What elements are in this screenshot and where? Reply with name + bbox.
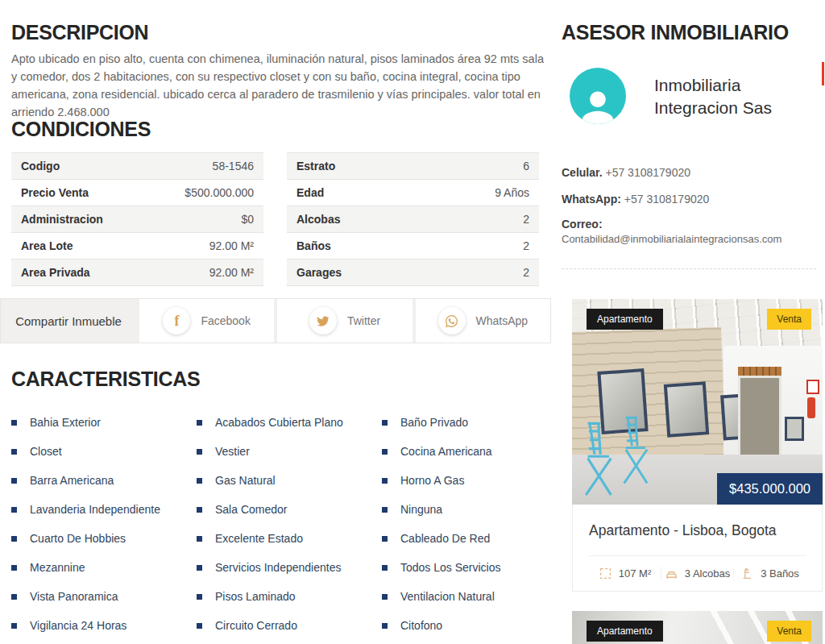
table-row: Baños 2	[287, 233, 539, 260]
status-badge: Venta	[767, 309, 811, 330]
property-type-badge: Apartamento	[587, 309, 663, 330]
stat-value: 3 Baños	[761, 567, 799, 580]
condiciones-table-right: Estrato 6 Edad 9 Años Alcobas 2 Baños 2 …	[287, 152, 539, 286]
whatsapp-share-button[interactable]: WhatsApp	[416, 299, 550, 343]
list-item: Cableado De Red	[382, 524, 561, 553]
share-bar-label: Compartir Inmueble	[1, 299, 136, 343]
property-detail-page: DESCRIPCION Apto ubicado en piso alto, c…	[0, 0, 825, 644]
listing-card[interactable]: Apartamento Venta	[572, 611, 823, 644]
whatsapp-label: WhatsApp:	[562, 193, 621, 206]
table-row: Alcobas 2	[287, 206, 539, 233]
listing-card[interactable]: Apartamento Venta $435.000.000 Apartamen…	[572, 299, 823, 592]
share-button-label: WhatsApp	[476, 314, 529, 327]
table-row: Estrato 6	[287, 153, 539, 180]
bullet-icon	[11, 536, 17, 542]
listing-card-body: Apartamento - Lisboa, Bogota 107 M² 3 Al…	[572, 505, 823, 592]
row-label: Baños	[296, 239, 331, 252]
list-item: Mezannine	[11, 553, 190, 582]
correo-value[interactable]: Contabilidad@inmobiliarialaintegracionsa…	[562, 233, 781, 245]
scrollbar-thumb[interactable]	[822, 62, 824, 85]
table-row: Codigo 58-1546	[11, 153, 263, 180]
celular-label: Celular.	[562, 166, 603, 179]
correo-label: Correo:	[562, 218, 603, 231]
photo-sign	[806, 380, 819, 394]
celular-value[interactable]: +57 3108179020	[605, 166, 690, 179]
photo-small-frame	[785, 417, 804, 441]
bullet-icon	[197, 478, 202, 484]
list-item: Sala Comedor	[197, 495, 375, 524]
bullet-icon	[382, 565, 388, 571]
condiciones-table-left: Codigo 58-1546 Precio Venta $500.000.000…	[11, 152, 263, 286]
bullet-icon	[197, 507, 202, 513]
listing-title[interactable]: Apartamento - Lisboa, Bogota	[589, 522, 806, 539]
table-row: Administracion $0	[11, 206, 263, 233]
property-type-badge: Apartamento	[587, 621, 663, 642]
photo-blue-chair	[619, 415, 654, 491]
bullet-icon	[197, 449, 202, 455]
facebook-share-button[interactable]: f Facebook	[139, 299, 274, 343]
list-item: Acabados Cubierta Plano	[197, 408, 375, 437]
list-item: Citofono	[382, 611, 561, 640]
bullet-icon	[382, 507, 388, 513]
list-item: Cuarto De Hobbies	[11, 524, 190, 553]
row-label: Precio Venta	[21, 186, 89, 199]
list-item: Closet	[11, 437, 190, 466]
stat-value: 3 Alcobas	[685, 567, 730, 580]
bullet-icon	[382, 536, 388, 542]
row-label: Estrato	[296, 160, 335, 172]
list-item: Ninguna	[382, 495, 561, 524]
asesor-title: ASESOR INMOBILIARIO	[562, 21, 789, 44]
avatar	[570, 68, 626, 124]
bullet-icon	[382, 623, 388, 629]
whatsapp-value[interactable]: +57 3108179020	[624, 193, 710, 206]
listing-photo[interactable]: Apartamento Venta	[572, 611, 823, 644]
share-bar: Compartir Inmueble f Facebook Twitter Wh…	[0, 298, 551, 343]
bullet-icon	[382, 594, 388, 600]
row-label: Alcobas	[296, 213, 340, 226]
celular-line: Celular. +57 3108179020	[562, 166, 690, 179]
list-item: Cocina Americana	[382, 437, 561, 466]
list-item: Baño Privado	[382, 408, 561, 437]
bullet-icon	[11, 478, 17, 484]
twitter-share-button[interactable]: Twitter	[277, 299, 412, 343]
area-stat: 107 M²	[589, 567, 661, 580]
row-value: 2	[523, 213, 529, 226]
list-item: Gas Natural	[197, 466, 375, 495]
list-item: Horno A Gas	[382, 466, 561, 495]
list-item: Ventilacion Natural	[382, 582, 561, 611]
bullet-icon	[197, 565, 202, 571]
bullet-icon	[197, 536, 202, 542]
divider	[562, 268, 816, 269]
price-badge: $435.000.000	[717, 473, 823, 505]
stat-value: 107 M²	[619, 567, 651, 580]
listing-photo[interactable]: Apartamento Venta $435.000.000	[572, 299, 823, 505]
photo-transom	[738, 367, 781, 376]
list-item: Bahia Exterior	[11, 408, 190, 437]
row-value: 9 Años	[495, 186, 529, 199]
list-item: Vestier	[197, 437, 375, 466]
list-item: Pisos Laminado	[197, 582, 375, 611]
caracteristicas-column-1: Bahia Exterior Closet Barra Americana La…	[11, 408, 190, 640]
row-value: 6	[523, 160, 529, 172]
list-item: Servicios Independientes	[197, 553, 375, 582]
row-label: Area Privada	[21, 266, 90, 279]
bullet-icon	[382, 478, 388, 484]
area-icon	[599, 567, 612, 580]
table-row: Precio Venta $500.000.000	[11, 180, 263, 206]
bullet-icon	[382, 449, 388, 455]
bullet-icon	[197, 594, 202, 600]
list-item: Excelente Estado	[197, 524, 375, 553]
row-label: Garages	[296, 266, 342, 279]
description-title: DESCRIPCION	[11, 21, 148, 44]
table-row: Area Lote 92.00 M²	[11, 233, 263, 260]
photo-blue-chair	[580, 422, 619, 502]
list-item: Lavanderia Independiente	[11, 495, 190, 524]
bullet-icon	[382, 420, 388, 426]
table-row: Garages 2	[287, 260, 539, 286]
bullet-icon	[11, 565, 17, 571]
row-label: Administracion	[21, 213, 103, 226]
share-button-label: Facebook	[201, 314, 250, 327]
row-label: Codigo	[21, 160, 60, 172]
row-value: 2	[523, 266, 529, 279]
row-label: Area Lote	[21, 239, 73, 252]
